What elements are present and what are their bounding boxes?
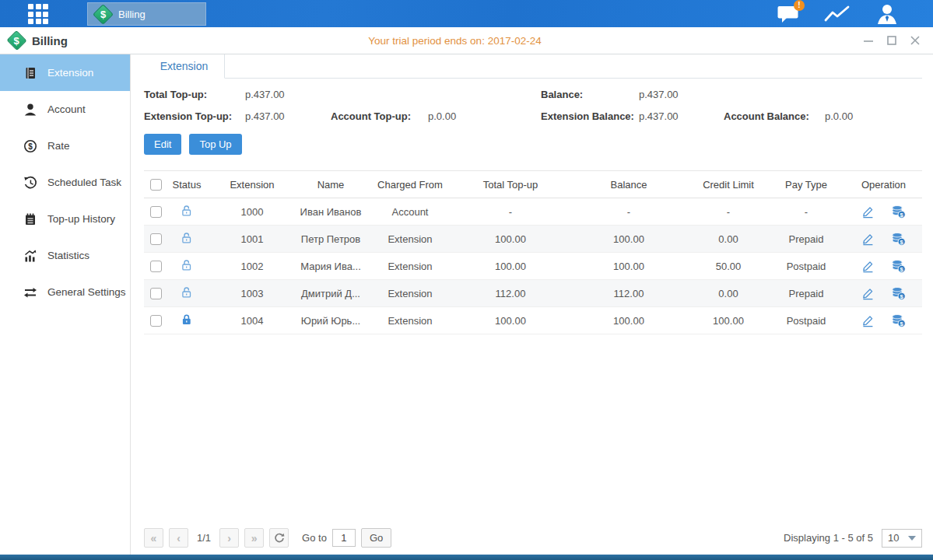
dollar-circle-icon: $ bbox=[23, 139, 37, 153]
edit-pencil-icon[interactable] bbox=[861, 287, 875, 300]
total-topup-value: p.437.00 bbox=[245, 89, 331, 100]
sidebar-item-general-settings[interactable]: General Settings bbox=[0, 274, 130, 310]
sidebar-item-label: Rate bbox=[47, 140, 70, 152]
account-topup-value: p.0.00 bbox=[428, 110, 541, 122]
minimize-icon[interactable] bbox=[863, 35, 874, 46]
balance-cell: 100.00 bbox=[568, 307, 689, 334]
billing-dollar-diamond-icon: $ bbox=[6, 30, 26, 51]
account-balance-value: p.0.00 bbox=[825, 110, 922, 122]
status-locked-icon bbox=[181, 313, 193, 326]
page-size-select[interactable]: 10 bbox=[882, 529, 922, 548]
row-checkbox[interactable] bbox=[150, 206, 162, 218]
table-row: 1004 Юрий Юрь... Extension 100.00 100.00… bbox=[144, 307, 922, 334]
sidebar-item-statistics[interactable]: Statistics bbox=[0, 237, 130, 274]
billing-app-tab[interactable]: $ Billing bbox=[87, 2, 206, 26]
last-page-button[interactable]: » bbox=[244, 528, 264, 548]
displaying-text: Displaying 1 - 5 of 5 bbox=[784, 532, 873, 544]
edit-pencil-icon[interactable] bbox=[861, 233, 875, 246]
edit-button[interactable]: Edit bbox=[144, 134, 181, 155]
pay-type-cell: Prepaid bbox=[767, 226, 845, 253]
apps-grid-icon[interactable] bbox=[28, 4, 54, 23]
billing-app-window: $ Billing ! bbox=[0, 0, 933, 560]
charged-from-cell: Account bbox=[367, 198, 453, 226]
charged-from-cell: Extension bbox=[367, 307, 453, 334]
table-row: 1000 Иван Иванов Account - - - - $ bbox=[144, 198, 922, 226]
sidebar-item-account[interactable]: Account bbox=[0, 91, 130, 128]
tab-extension[interactable]: Extension bbox=[144, 54, 225, 79]
total-topup-cell: 100.00 bbox=[453, 307, 568, 334]
sidebar-item-rate[interactable]: $ Rate bbox=[0, 128, 130, 164]
row-checkbox[interactable] bbox=[150, 315, 162, 327]
title-bar: $ Billing Your trial period ends on: 201… bbox=[0, 27, 933, 54]
table-row: 1002 Мария Ива... Extension 100.00 100.0… bbox=[144, 253, 922, 280]
notebook-icon bbox=[23, 212, 37, 226]
extension-balance-value: p.437.00 bbox=[639, 110, 724, 122]
messages-icon[interactable]: ! bbox=[777, 4, 799, 24]
pay-type-cell: Postpaid bbox=[767, 307, 845, 334]
status-unlocked-icon bbox=[181, 286, 193, 299]
top-up-coins-icon[interactable]: $ bbox=[891, 233, 906, 246]
trial-notice: Your trial period ends on: 2017-02-24 bbox=[0, 35, 910, 47]
table-header-row: Status Extension Name Charged From Total… bbox=[144, 171, 922, 198]
credit-limit-cell: - bbox=[689, 198, 767, 226]
pay-type-cell: Prepaid bbox=[767, 280, 845, 307]
total-topup-cell: 100.00 bbox=[453, 253, 568, 280]
col-balance: Balance bbox=[568, 171, 689, 198]
name-cell: Мария Ива... bbox=[294, 253, 367, 280]
refresh-button[interactable] bbox=[269, 528, 289, 548]
bar-chart-icon bbox=[23, 249, 37, 263]
name-cell: Дмитрий Д... bbox=[294, 280, 367, 307]
edit-pencil-icon[interactable] bbox=[861, 260, 875, 273]
table-row: 1003 Дмитрий Д... Extension 112.00 112.0… bbox=[144, 280, 922, 307]
chevron-down-icon bbox=[908, 536, 916, 541]
sidebar-item-scheduled-task[interactable]: Scheduled Task bbox=[0, 164, 130, 201]
sidebar-item-topup-history[interactable]: Top-up History bbox=[0, 201, 130, 237]
app-tab-label: Billing bbox=[118, 9, 146, 20]
svg-text:$: $ bbox=[28, 142, 33, 150]
total-topup-label: Total Top-up: bbox=[144, 89, 245, 100]
top-up-coins-icon[interactable]: $ bbox=[891, 260, 906, 273]
close-icon[interactable] bbox=[910, 35, 921, 46]
first-page-button[interactable]: « bbox=[144, 528, 163, 548]
row-checkbox[interactable] bbox=[150, 288, 162, 299]
maximize-icon[interactable] bbox=[886, 35, 897, 46]
col-name: Name bbox=[294, 171, 367, 198]
account-topup-label: Account Top-up: bbox=[331, 110, 428, 122]
next-page-button[interactable]: › bbox=[219, 528, 239, 548]
notification-badge: ! bbox=[794, 0, 805, 11]
goto-page-input[interactable] bbox=[332, 529, 356, 547]
main-content: Extension Total Top-up: p.437.00 Balance… bbox=[131, 54, 933, 555]
edit-pencil-icon[interactable] bbox=[861, 314, 875, 327]
extension-cell: 1002 bbox=[210, 253, 294, 280]
col-total-topup: Total Top-up bbox=[453, 171, 568, 198]
top-up-coins-icon[interactable]: $ bbox=[891, 287, 906, 300]
balance-cell: 100.00 bbox=[568, 226, 689, 253]
balance-summary: Total Top-up: p.437.00 Balance: p.437.00… bbox=[144, 89, 922, 122]
arrows-icon bbox=[23, 285, 37, 299]
balance-cell: 112.00 bbox=[568, 280, 689, 307]
prev-page-button[interactable]: ‹ bbox=[169, 528, 188, 548]
sidebar-item-label: Scheduled Task bbox=[47, 177, 121, 188]
extensions-table: Status Extension Name Charged From Total… bbox=[144, 170, 922, 334]
goto-label: Go to bbox=[302, 532, 327, 544]
edit-pencil-icon[interactable] bbox=[861, 205, 875, 219]
balance-value: p.437.00 bbox=[639, 89, 724, 100]
pagination-bar: « ‹ 1/1 › » Go to Go Displaying 1 - 5 of… bbox=[144, 528, 922, 548]
sidebar-item-label: Statistics bbox=[47, 250, 89, 261]
top-up-coins-icon[interactable]: $ bbox=[891, 314, 906, 327]
row-checkbox[interactable] bbox=[150, 261, 162, 272]
pay-type-cell: - bbox=[767, 198, 845, 226]
row-checkbox[interactable] bbox=[150, 233, 162, 245]
user-icon[interactable] bbox=[875, 3, 899, 25]
select-all-checkbox[interactable] bbox=[150, 179, 162, 191]
go-button[interactable]: Go bbox=[361, 528, 391, 548]
top-up-coins-icon[interactable]: $ bbox=[891, 205, 906, 219]
page-indicator: 1/1 bbox=[197, 532, 211, 544]
name-cell: Петр Петров bbox=[294, 226, 367, 253]
col-extension: Extension bbox=[210, 171, 294, 198]
statistics-chart-icon[interactable] bbox=[824, 4, 851, 24]
extension-cell: 1004 bbox=[210, 307, 294, 334]
sidebar-item-extension[interactable]: Extension bbox=[0, 54, 130, 91]
top-up-button[interactable]: Top Up bbox=[189, 134, 241, 155]
col-status: Status bbox=[163, 171, 210, 198]
